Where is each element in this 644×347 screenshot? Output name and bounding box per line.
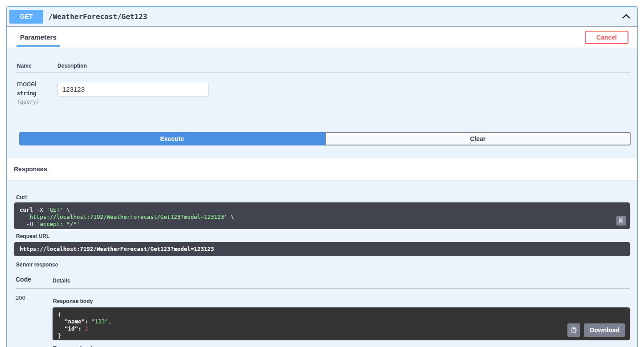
cancel-button[interactable]: Cancel — [585, 31, 628, 44]
server-response-table-header: Code Details — [16, 275, 630, 289]
response-headers-label: Response headers — [53, 345, 630, 347]
copy-curl-button[interactable] — [616, 216, 626, 226]
server-response-label: Server response — [16, 262, 630, 268]
parameters-table-header: Name Description — [16, 63, 630, 73]
parameter-name: model — [17, 80, 56, 89]
chevron-up-icon — [621, 12, 631, 21]
collapse-button[interactable] — [620, 11, 632, 22]
parameter-row: model string (query) — [16, 73, 630, 105]
status-code: 200 — [16, 295, 53, 302]
responses-section-header: Responses — [7, 158, 637, 180]
responses-body: Curl curl -X 'GET' \ 'https://localhost:… — [7, 180, 637, 347]
execute-bar: Execute Clear — [19, 132, 631, 145]
clear-button[interactable]: Clear — [325, 132, 631, 145]
json-key-id: "id": — [58, 325, 85, 332]
request-url-label: Request URL — [16, 233, 630, 240]
response-body-label: Response body — [53, 298, 630, 305]
request-url-value: https://localhost:7192/WeatherForecast/G… — [20, 246, 214, 252]
json-brace-close: } — [58, 332, 61, 339]
parameter-location: (query) — [17, 99, 56, 105]
tab-header: Parameters Cancel — [7, 27, 637, 48]
clipboard-copy-icon — [618, 218, 624, 224]
parameters-section: Name Description model string (query) — [7, 48, 637, 105]
endpoint-path: /WeatherForecast/Get123 — [49, 12, 147, 21]
curl-url-string: 'https://localhost:7192/WeatherForecast/… — [20, 214, 228, 220]
server-response-row: 200 Response body { "name": "123", "id":… — [16, 289, 630, 347]
parameter-type: string — [17, 90, 56, 97]
method-badge[interactable]: GET — [9, 10, 43, 24]
json-key-name: "name": — [58, 318, 91, 325]
column-details: Details — [53, 275, 630, 288]
json-value-id: 2 — [85, 325, 88, 332]
curl-accept-string: 'accept: */*' — [37, 221, 80, 227]
response-body-block: { "name": "123", "id": 2 }Download — [53, 307, 630, 340]
execute-button[interactable]: Execute — [19, 132, 325, 145]
parameter-value-input[interactable] — [57, 82, 209, 97]
curl-cont1: \ — [63, 206, 70, 213]
curl-flag-h: -H — [20, 221, 37, 227]
column-description: Description — [56, 63, 630, 69]
responses-title: Responses — [14, 165, 47, 173]
json-brace-open: { — [58, 311, 61, 318]
curl-code-block: curl -X 'GET' \ 'https://localhost:7192/… — [14, 202, 630, 229]
opblock-summary[interactable]: GET /WeatherForecast/Get123 — [7, 7, 637, 27]
curl-label: Curl — [16, 194, 630, 201]
request-url-block: https://localhost:7192/WeatherForecast/G… — [14, 242, 630, 256]
curl-cont2: \ — [228, 214, 234, 220]
copy-response-button[interactable] — [567, 323, 580, 337]
column-code: Code — [16, 275, 53, 288]
clipboard-copy-icon — [571, 327, 578, 334]
active-tab-underline — [16, 45, 60, 47]
download-button[interactable]: Download — [584, 323, 625, 337]
opblock-get: GET /WeatherForecast/Get123 Parameters C… — [6, 6, 638, 347]
curl-flag-x: -X — [33, 206, 46, 213]
json-comma: , — [108, 318, 112, 325]
curl-method-string: 'GET' — [46, 206, 63, 213]
column-name: Name — [16, 63, 56, 69]
json-value-name: "123" — [91, 318, 108, 325]
tab-parameters[interactable]: Parameters — [20, 33, 57, 41]
curl-cmd: curl — [20, 206, 33, 213]
